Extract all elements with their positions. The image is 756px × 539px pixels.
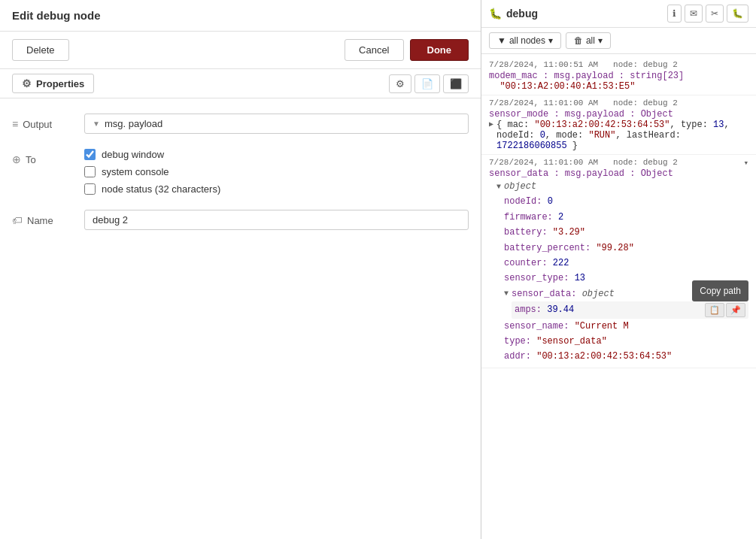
expand-icon-3[interactable]: ▼ (496, 180, 501, 193)
field-val-nodeid: 0 (548, 194, 553, 209)
list-icon: ≡ (12, 118, 18, 130)
copy-value-btn[interactable]: 📋 (705, 303, 724, 317)
tab-settings-icon-btn[interactable]: ⚙ (389, 74, 411, 93)
node-2: node: debug 2 (613, 98, 678, 107)
debug-icon-btn[interactable]: 🐛 (727, 5, 748, 23)
field-key-sensor-type: sensor_type: (504, 271, 569, 286)
field-val-sensor-data: object (582, 286, 615, 301)
filter-bar: ▼ all nodes ▾ 🗑 all ▾ (481, 28, 756, 54)
node-3: node: debug 2 (613, 158, 678, 167)
log-label-text-1: modem_mac : msg.payload : string[23] (489, 71, 684, 81)
tabs-row: ⚙ Properties ⚙ 📄 ⬛ (0, 69, 481, 98)
debug-title-text: debug (506, 8, 538, 20)
log-label-text-2: sensor_mode : msg.payload : Object (489, 109, 673, 120)
field-nodeid: nodeId: 0 (504, 194, 748, 209)
field-key-addr: addr: (504, 349, 531, 364)
log-entry-2: 7/28/2024, 11:01:00 AM node: debug 2 sen… (481, 95, 756, 155)
scissors-icon-btn[interactable]: ✂ (706, 5, 724, 23)
copy-actions: 📋 📌 (705, 303, 745, 317)
clear-all-label: all (586, 35, 595, 46)
field-key-amps: amps: (515, 302, 542, 317)
checkbox-node-status[interactable]: node status (32 characters) (84, 183, 469, 195)
checkbox-debug-window[interactable]: debug window (84, 149, 469, 160)
delete-button[interactable]: Delete (12, 39, 69, 61)
filter-all-nodes-btn[interactable]: ▼ all nodes ▾ (489, 32, 561, 49)
debug-window-checkbox[interactable] (84, 149, 96, 160)
field-val-sensor-name: "Current M (575, 319, 629, 334)
tag-icon: 🏷 (12, 214, 23, 226)
right-panel: 🐛 debug ℹ ✉ ✂ 🐛 ▼ all nodes ▾ 🗑 all ▾ 7/… (481, 0, 756, 539)
done-button[interactable]: Done (410, 39, 469, 61)
object-root-row: ▼ object (496, 179, 748, 194)
clear-all-btn[interactable]: 🗑 all ▾ (566, 32, 611, 49)
export-icon-btn[interactable]: ✉ (685, 5, 703, 23)
output-select[interactable]: ▼ msg. payload (84, 114, 469, 134)
bug-icon: 🐛 (489, 8, 502, 20)
tab-box-icon-btn[interactable]: ⬛ (443, 74, 469, 93)
output-row: ≡ Output ▼ msg. payload (12, 114, 469, 134)
sensor-data-fields: amps: 39.44 📋 📌 Copy path (504, 301, 748, 318)
field-amps: amps: 39.44 📋 📌 Copy path (512, 301, 748, 318)
branch-icon: ⊕ (12, 153, 21, 165)
expand-icon-sensor-data[interactable]: ▼ (504, 287, 509, 300)
debug-header: 🐛 debug ℹ ✉ ✂ 🐛 (481, 0, 756, 28)
name-label: 🏷 Name (12, 210, 72, 226)
field-val-battery: "3.29" (553, 225, 585, 240)
log-entry-1: 7/28/2024, 11:00:51 AM node: debug 2 mod… (481, 57, 756, 95)
node-1: node: debug 2 (613, 60, 678, 69)
name-input[interactable] (84, 210, 469, 230)
log-obj-value-2: { mac: "00:13:a2:00:42:53:64:53", type: … (496, 120, 748, 151)
log-string-1: "00:13:A2:00:40:A1:53:E5" (489, 81, 635, 92)
debug-log: 7/28/2024, 11:00:51 AM node: debug 2 mod… (481, 54, 756, 539)
log-value-2: ▶ { mac: "00:13:a2:00:42:53:64:53", type… (489, 120, 748, 151)
filter-all-nodes-label: all nodes (509, 35, 545, 46)
tab-properties-label: Properties (36, 78, 84, 89)
tab-doc-icon-btn[interactable]: 📄 (414, 74, 440, 93)
copy-path-btn[interactable]: 📌 (726, 303, 745, 317)
field-counter: counter: 222 (504, 256, 748, 271)
field-key-battery: battery: (504, 225, 548, 240)
output-control: ▼ msg. payload (84, 114, 469, 134)
node-status-checkbox[interactable] (84, 183, 96, 195)
field-key-counter: counter: (504, 256, 548, 271)
checkbox-system-console[interactable]: system console (84, 166, 469, 177)
field-val-sensor-type: 13 (575, 271, 585, 286)
field-val-addr: "00:13:a2:00:42:53:64:53" (536, 349, 672, 364)
output-select-value: msg. payload (105, 118, 162, 129)
panel-title: Edit debug node (0, 0, 481, 32)
system-console-checkbox[interactable] (84, 166, 96, 177)
log-meta-2: 7/28/2024, 11:01:00 AM node: debug 2 (489, 98, 748, 107)
log-value-1: "00:13:A2:00:40:A1:53:E5" (489, 81, 748, 92)
entry-dropdown-icon[interactable]: ▾ (743, 158, 748, 168)
field-battery: battery: "3.29" (504, 225, 748, 240)
name-row: 🏷 Name (12, 210, 469, 230)
field-key-sensor-data: sensor_data: (512, 286, 576, 301)
debug-toolbar: ℹ ✉ ✂ 🐛 (667, 5, 748, 23)
log-meta-3: 7/28/2024, 11:01:00 AM node: debug 2 ▾ (489, 158, 748, 167)
timestamp-2: 7/28/2024, 11:01:00 AM (489, 98, 598, 107)
to-row: ⊕ To debug window system console node s (12, 149, 469, 195)
field-type: type: "sensor_data" (504, 334, 748, 349)
field-firmware: firmware: 2 (504, 210, 748, 225)
info-icon-btn[interactable]: ℹ (667, 5, 682, 23)
log-entry-3: 7/28/2024, 11:01:00 AM node: debug 2 ▾ s… (481, 155, 756, 368)
field-val-firmware: 2 (558, 210, 563, 225)
dropdown-arrow-icon: ▼ (93, 120, 100, 128)
tab-properties[interactable]: ⚙ Properties (12, 74, 94, 93)
copy-path-label: Copy path (700, 286, 741, 296)
gear-icon: ⚙ (22, 77, 32, 89)
checkbox-group: debug window system console node status … (84, 149, 469, 195)
field-addr: addr: "00:13:a2:00:42:53:64:53" (504, 349, 748, 364)
cancel-button[interactable]: Cancel (345, 39, 403, 61)
node-status-label: node status (32 characters) (102, 183, 220, 195)
filter-icon: ▼ (497, 35, 506, 46)
field-sensor-name: sensor_name: "Current M (504, 319, 748, 334)
expand-icon-2[interactable]: ▶ (489, 120, 493, 129)
field-val-amps: 39.44 (547, 302, 574, 317)
field-val-type: "sensor_data" (536, 334, 607, 349)
copy-path-tooltip: Copy path (692, 280, 748, 301)
action-bar: Delete Cancel Done (0, 32, 481, 69)
log-label-2: sensor_mode : msg.payload : Object (489, 109, 748, 120)
to-label: ⊕ To (12, 149, 72, 165)
chevron-down-icon-2: ▾ (598, 35, 603, 46)
